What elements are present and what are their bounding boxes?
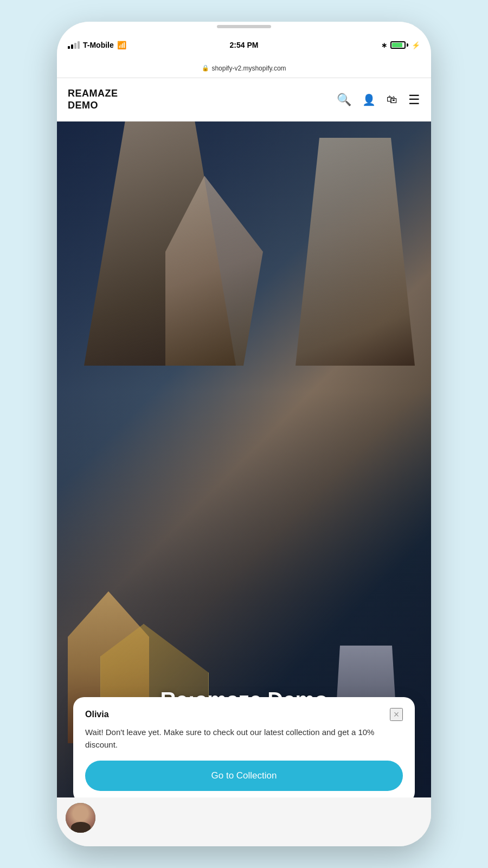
phone-pill bbox=[217, 25, 271, 28]
menu-icon[interactable]: ☰ bbox=[408, 92, 420, 107]
chat-close-button[interactable]: × bbox=[390, 708, 403, 721]
site-logo[interactable]: REAMAZE DEMO bbox=[68, 88, 337, 111]
status-right: ∗ ⚡ bbox=[303, 41, 420, 49]
building-shape-2 bbox=[296, 138, 415, 366]
signal-bar-1 bbox=[68, 46, 70, 49]
status-left: T-Mobile 📶 bbox=[68, 41, 185, 49]
signal-bar-2 bbox=[71, 44, 73, 49]
battery-fill bbox=[392, 43, 402, 47]
battery-body bbox=[390, 41, 406, 49]
signal-bars-icon bbox=[68, 41, 80, 49]
battery-icon bbox=[390, 41, 408, 49]
status-time: 2:54 PM bbox=[185, 41, 303, 49]
chat-popup-header: Olivia × bbox=[85, 708, 403, 721]
carrier-name: T-Mobile bbox=[83, 41, 114, 49]
status-bar: T-Mobile 📶 2:54 PM ∗ ⚡ bbox=[57, 31, 431, 59]
search-icon[interactable]: 🔍 bbox=[337, 93, 351, 107]
phone-top-bar bbox=[57, 22, 431, 31]
phone-frame: T-Mobile 📶 2:54 PM ∗ ⚡ 🔒 shopify-v2.mysh… bbox=[57, 22, 431, 846]
signal-bar-4 bbox=[78, 41, 80, 49]
logo-line-2: DEMO bbox=[68, 100, 98, 111]
logo-line-1: REAMAZE bbox=[68, 88, 118, 99]
url-text: shopify-v2.myshopify.com bbox=[211, 65, 286, 72]
lock-icon: 🔒 bbox=[202, 65, 209, 72]
hero-section: Re:amaze Demo Support, engage, and conve… bbox=[57, 122, 431, 797]
charging-icon: ⚡ bbox=[412, 41, 420, 49]
avatar-image bbox=[66, 803, 95, 833]
site-nav-icons: 🔍 👤 🛍 ☰ bbox=[337, 92, 420, 107]
url-bar[interactable]: 🔒 shopify-v2.myshopify.com bbox=[202, 65, 286, 72]
close-icon: × bbox=[394, 709, 400, 720]
signal-bar-3 bbox=[74, 43, 76, 49]
avatar bbox=[66, 803, 95, 833]
go-to-collection-button[interactable]: Go to Collection bbox=[85, 761, 403, 791]
bottom-strip bbox=[57, 797, 431, 846]
chat-message: Wait! Don't leave yet. Make sure to chec… bbox=[85, 726, 403, 751]
cart-icon[interactable]: 🛍 bbox=[387, 93, 397, 106]
site-header: REAMAZE DEMO 🔍 👤 🛍 ☰ bbox=[57, 78, 431, 122]
cta-label: Go to Collection bbox=[211, 770, 277, 781]
chat-popup: Olivia × Wait! Don't leave yet. Make sur… bbox=[73, 697, 415, 797]
wifi-icon: 📶 bbox=[117, 41, 126, 49]
battery-tip bbox=[407, 43, 408, 47]
chat-agent-name: Olivia bbox=[85, 710, 109, 719]
account-icon[interactable]: 👤 bbox=[362, 93, 376, 106]
url-bar-row[interactable]: 🔒 shopify-v2.myshopify.com bbox=[57, 59, 431, 78]
bluetooth-icon: ∗ bbox=[381, 41, 387, 49]
